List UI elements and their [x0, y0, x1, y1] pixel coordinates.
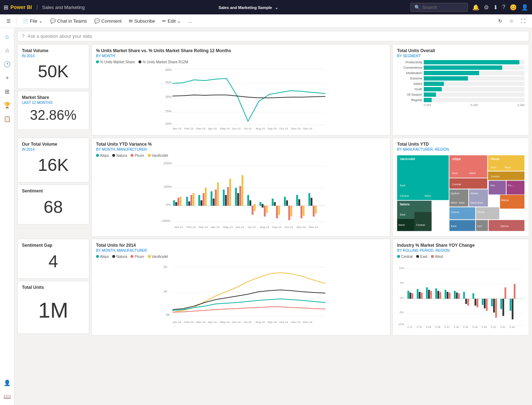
total-units-2014-legend: Aliqui Natura Pirum VanArsdel	[96, 255, 386, 259]
subscribe-icon: ✉	[129, 18, 133, 24]
file-button[interactable]: 📄 File ⌄	[20, 17, 46, 25]
help-icon[interactable]: ?	[502, 4, 505, 10]
svg-text:East: East	[452, 172, 458, 175]
total-units-title: Total Units	[22, 285, 85, 290]
hbar-row-convenience: Convenience	[397, 65, 524, 70]
svg-rect-190	[484, 299, 486, 309]
edit-icon: ✏	[162, 18, 166, 24]
svg-text:Sep-14: Sep-14	[268, 127, 277, 130]
sidebar-item-metrics[interactable]: 🏆	[1, 99, 13, 111]
svg-rect-114	[488, 181, 506, 195]
svg-rect-40	[203, 193, 205, 206]
treemap-svg: VanArsdel East Central West Aliqui East …	[397, 154, 524, 233]
our-total-volume-subtitle: IN 2014	[22, 147, 85, 151]
fullscreen-button[interactable]: ⛶	[518, 17, 528, 25]
sidebar-item-recent[interactable]: 🕐	[1, 58, 13, 70]
sidebar-item-favorites[interactable]: ☆	[1, 45, 13, 56]
refresh-button[interactable]: ↻	[495, 17, 505, 25]
ytd-variance-subtitle: BY MONTH, MANUFACTURER	[96, 147, 386, 151]
svg-rect-178	[447, 292, 449, 299]
svg-text:Sep-14: Sep-14	[272, 226, 282, 229]
sentiment-tile: Sentiment 68	[17, 185, 89, 224]
left-sidebar: ⌂ ☆ 🕐 ＋ ⊞ 🏆 📋 👤 📖	[0, 28, 14, 405]
svg-text:Nov-14: Nov-14	[297, 226, 306, 229]
svg-text:Jun-14: Jun-14	[236, 226, 245, 229]
svg-text:Quibus: Quibus	[451, 192, 459, 195]
svg-rect-170	[421, 292, 423, 299]
subscribe-button[interactable]: ✉ Subscribe	[126, 17, 158, 25]
units-ms-legend: % Units Market Share % Units Market Shar…	[96, 60, 386, 64]
comment-button[interactable]: 💬 Comment	[91, 17, 124, 25]
svg-text:Apr-14: Apr-14	[208, 320, 217, 324]
svg-text:P-08: P-08	[435, 326, 440, 328]
svg-text:Mar-14: Mar-14	[196, 320, 206, 324]
menu-toggle[interactable]: ☰	[4, 17, 14, 25]
notifications-icon[interactable]: 🔔	[472, 4, 479, 11]
svg-rect-48	[227, 187, 229, 206]
svg-rect-121	[414, 212, 432, 231]
svg-rect-65	[278, 206, 280, 215]
svg-rect-189	[482, 299, 483, 305]
total-volume-value: 50K	[22, 62, 85, 81]
svg-text:May-14: May-14	[220, 320, 230, 324]
svg-text:West: West	[425, 194, 431, 197]
settings-icon[interactable]: ⚙	[484, 4, 489, 11]
svg-rect-167	[411, 293, 413, 299]
qa-bar[interactable]: ? Ask a question about your data	[17, 31, 529, 41]
svg-text:Oct-14: Oct-14	[279, 127, 288, 130]
our-total-volume-value: 16K	[22, 155, 85, 175]
total-units-ytd-subtitle: BY MANUFACTURER, REGION	[397, 147, 524, 151]
svg-rect-35	[188, 201, 190, 206]
svg-rect-41	[205, 188, 207, 206]
more-button[interactable]: ...	[185, 17, 195, 25]
grid-icon: ⊞	[4, 4, 8, 11]
avatar[interactable]: 👤	[521, 4, 528, 11]
svg-text:P-03: P-03	[482, 326, 487, 328]
download-icon[interactable]: ⬇	[493, 4, 498, 11]
sidebar-item-shared[interactable]: 👤	[1, 377, 13, 388]
sidebar-item-learn[interactable]: 📖	[1, 391, 13, 402]
total-units-overall-title: Total Units Overall	[397, 48, 524, 53]
industry-ms-title: Industry % Market Share YOY Change	[397, 243, 524, 248]
chat-in-teams-button[interactable]: 💬 Chat in Teams	[47, 17, 90, 25]
svg-text:Central: Central	[416, 223, 425, 227]
svg-rect-180	[454, 291, 456, 299]
svg-rect-61	[266, 206, 268, 213]
account-icon[interactable]: 😊	[510, 4, 517, 11]
market-share-title: Market Share	[22, 95, 85, 100]
svg-rect-36	[191, 195, 192, 206]
svg-rect-177	[445, 290, 446, 299]
svg-rect-37	[193, 193, 195, 206]
svg-rect-116	[506, 181, 524, 195]
ytd-variance-chart: 200% 100% 0% -100%	[96, 159, 386, 229]
search-input[interactable]	[422, 5, 462, 10]
svg-rect-55	[250, 200, 251, 206]
nav-separator: |	[36, 4, 38, 10]
svg-rect-90	[397, 155, 449, 200]
svg-rect-42	[211, 191, 213, 206]
sidebar-item-home[interactable]: ⌂	[1, 31, 13, 42]
toolbar-right-actions: ↻ ☆ ⛶	[495, 17, 528, 25]
sidebar-item-apps[interactable]: ⊞	[1, 86, 13, 97]
svg-rect-185	[467, 299, 469, 306]
search-box[interactable]: 🔍	[410, 3, 468, 12]
svg-text:Mar-14: Mar-14	[199, 226, 208, 229]
edit-button[interactable]: ✏ Edit ⌄	[159, 17, 184, 25]
bookmark-button[interactable]: ☆	[506, 17, 517, 25]
svg-rect-39	[201, 200, 203, 206]
svg-rect-192	[491, 299, 493, 306]
svg-rect-172	[428, 290, 430, 299]
svg-rect-56	[252, 206, 254, 215]
nav-section[interactable]: Sales and Marketing	[42, 5, 85, 10]
svg-rect-179	[449, 292, 451, 299]
sidebar-item-workspaces[interactable]: 📋	[1, 113, 13, 124]
hbar-row-regular: Regular	[397, 98, 524, 102]
sidebar-item-create[interactable]: ＋	[1, 72, 13, 83]
svg-rect-169	[419, 292, 420, 299]
svg-text:Salvus: Salvus	[500, 224, 509, 228]
svg-rect-73	[303, 206, 305, 216]
report-title[interactable]: Sales and Marketing Sample ⌄	[217, 4, 278, 10]
svg-text:-5%: -5%	[399, 311, 404, 314]
svg-rect-51	[237, 193, 239, 206]
brand-name: Power BI	[10, 4, 32, 10]
